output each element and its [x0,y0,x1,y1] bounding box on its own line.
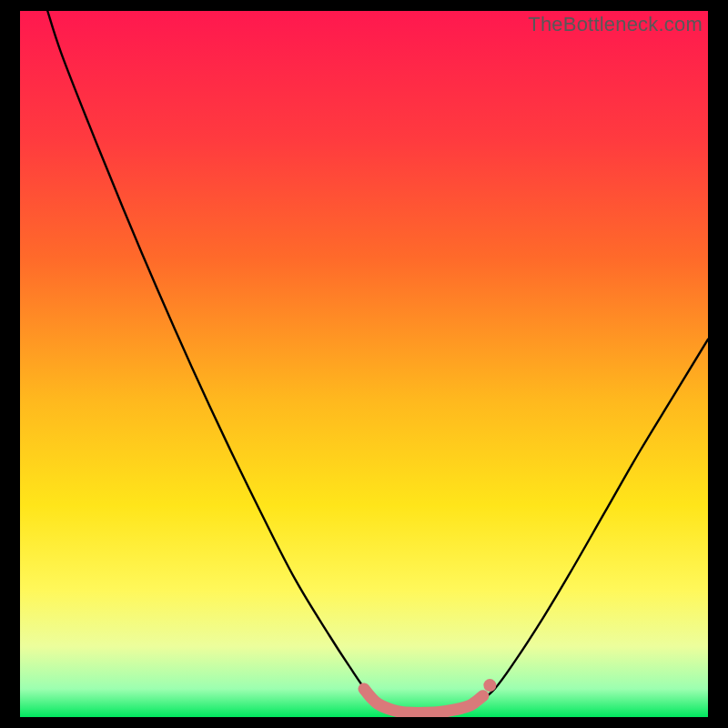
chart-svg [20,11,708,717]
optimal-range-end-dot [483,679,496,692]
watermark-text: TheBottleneck.com [528,13,703,36]
chart-plot-area [20,11,708,717]
gradient-background [20,11,708,717]
chart-frame: TheBottleneck.com [0,0,728,728]
